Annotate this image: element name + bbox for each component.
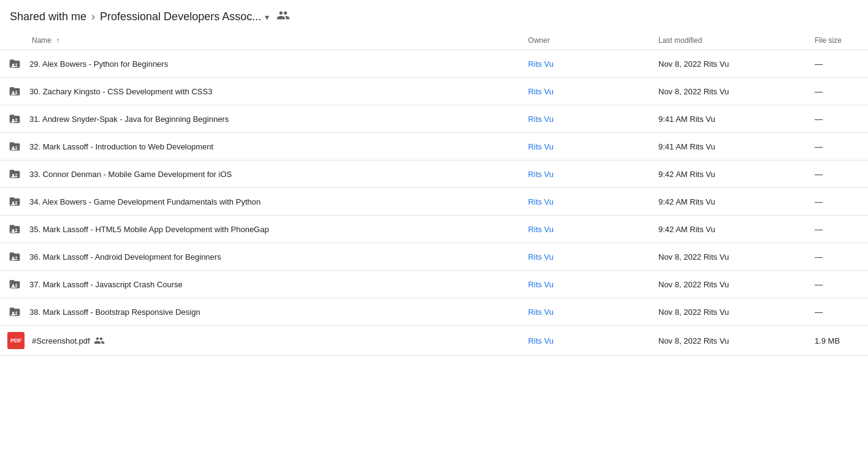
table-row[interactable]: 30. Zachary Kingsto - CSS Development wi…: [0, 78, 868, 105]
file-name-cell: 36. Mark Lassoff - Android Development f…: [0, 243, 521, 270]
size-cell: —: [807, 188, 868, 216]
modified-cell: Nov 8, 2022 Rits Vu: [651, 78, 807, 105]
owner-cell[interactable]: Rits Vu: [521, 105, 651, 133]
table-row[interactable]: 32. Mark Lassoff - Introduction to Web D…: [0, 133, 868, 160]
svg-point-9: [15, 174, 17, 176]
owner-name: Rits Vu: [528, 307, 554, 317]
table-row[interactable]: 33. Connor Denman - Mobile Game Developm…: [0, 160, 868, 188]
chevron-down-icon: ▾: [265, 12, 269, 22]
svg-point-6: [12, 146, 14, 148]
folder-icon: [7, 167, 22, 181]
svg-point-17: [15, 284, 17, 286]
modified-cell: 9:42 AM Rits Vu: [651, 160, 807, 188]
shared-icon: [94, 335, 105, 346]
folder-breadcrumb[interactable]: Professional Developers Assoc... ▾: [100, 10, 269, 23]
owner-cell[interactable]: Rits Vu: [521, 50, 651, 78]
owner-name: Rits Vu: [528, 170, 554, 179]
table-row[interactable]: 38. Mark Lassoff - Bootstrap Responsive …: [0, 298, 868, 326]
svg-point-3: [15, 91, 17, 93]
owner-name: Rits Vu: [528, 59, 554, 69]
svg-point-4: [12, 119, 14, 121]
size-cell: —: [807, 271, 868, 298]
breadcrumb-separator: ›: [91, 10, 95, 23]
breadcrumb: Shared with me › Professional Developers…: [0, 0, 868, 31]
svg-point-1: [15, 64, 17, 66]
owner-cell[interactable]: Rits Vu: [521, 160, 651, 188]
sort-ascending-icon: ↑: [56, 36, 59, 45]
modified-cell: 9:41 AM Rits Vu: [651, 105, 807, 133]
modified-cell: Nov 8, 2022 Rits Vu: [651, 50, 807, 78]
svg-point-14: [12, 257, 14, 258]
modified-cell: Nov 8, 2022 Rits Vu: [651, 243, 807, 271]
table-row[interactable]: 31. Andrew Snyder-Spak - Java for Beginn…: [0, 105, 868, 133]
owner-name: Rits Vu: [528, 87, 554, 96]
size-cell: —: [807, 216, 868, 243]
owner-cell[interactable]: Rits Vu: [521, 216, 651, 243]
svg-point-10: [12, 202, 14, 203]
folder-icon: [7, 84, 22, 99]
size-cell: —: [807, 105, 868, 133]
table-header-row: Name ↑ Owner Last modified File size: [0, 31, 868, 50]
modified-cell: Nov 8, 2022 Rits Vu: [651, 298, 807, 326]
svg-point-5: [15, 119, 17, 121]
file-name-label: 38. Mark Lassoff - Bootstrap Responsive …: [29, 307, 200, 317]
size-cell: —: [807, 78, 868, 105]
owner-name: Rits Vu: [528, 225, 554, 234]
table-row[interactable]: 37. Mark Lassoff - Javascript Crash Cour…: [0, 271, 868, 298]
folder-icon: [7, 249, 22, 264]
svg-point-13: [15, 229, 17, 231]
table-row[interactable]: PDF#Screenshot.pdfRits VuNov 8, 2022 Rit…: [0, 326, 868, 356]
file-name-label: 35. Mark Lassoff - HTML5 Mobile App Deve…: [29, 225, 269, 234]
owner-name: Rits Vu: [528, 280, 554, 289]
file-name-cell: 37. Mark Lassoff - Javascript Crash Cour…: [0, 271, 521, 298]
folder-icon: [7, 277, 22, 292]
file-name-label: #Screenshot.pdf: [32, 336, 90, 345]
svg-point-16: [12, 284, 14, 286]
size-cell: —: [807, 133, 868, 160]
file-name-label: 37. Mark Lassoff - Javascript Crash Cour…: [29, 280, 183, 289]
size-cell: —: [807, 50, 868, 78]
modified-cell: Nov 8, 2022 Rits Vu: [651, 271, 807, 298]
table-row[interactable]: 35. Mark Lassoff - HTML5 Mobile App Deve…: [0, 216, 868, 243]
svg-point-2: [12, 91, 14, 93]
folder-icon: [7, 222, 22, 236]
owner-cell[interactable]: Rits Vu: [521, 326, 651, 356]
table-row[interactable]: 29. Alex Bowers - Python for BeginnersRi…: [0, 50, 868, 78]
table-row[interactable]: 36. Mark Lassoff - Android Development f…: [0, 243, 868, 271]
size-cell: —: [807, 243, 868, 271]
file-name-label: 33. Connor Denman - Mobile Game Developm…: [29, 170, 232, 179]
file-name-cell: 38. Mark Lassoff - Bootstrap Responsive …: [0, 298, 521, 325]
file-name-label: 32. Mark Lassoff - Introduction to Web D…: [29, 142, 213, 151]
modified-cell: Nov 8, 2022 Rits Vu: [651, 326, 807, 356]
modified-cell: 9:42 AM Rits Vu: [651, 216, 807, 243]
column-header-modified[interactable]: Last modified: [651, 31, 807, 50]
owner-cell[interactable]: Rits Vu: [521, 188, 651, 216]
owner-cell[interactable]: Rits Vu: [521, 243, 651, 271]
column-header-name[interactable]: Name ↑: [0, 31, 521, 50]
shared-with-me-link[interactable]: Shared with me: [10, 10, 86, 23]
owner-name: Rits Vu: [528, 197, 554, 206]
owner-cell[interactable]: Rits Vu: [521, 298, 651, 326]
file-table: Name ↑ Owner Last modified File size 29.…: [0, 31, 868, 356]
owner-cell[interactable]: Rits Vu: [521, 271, 651, 298]
owner-name: Rits Vu: [528, 336, 554, 345]
file-name-cell: PDF#Screenshot.pdf: [0, 326, 521, 355]
file-name-cell: 31. Andrew Snyder-Spak - Java for Beginn…: [0, 105, 521, 132]
file-name-cell: 32. Mark Lassoff - Introduction to Web D…: [0, 133, 521, 160]
column-header-owner[interactable]: Owner: [521, 31, 651, 50]
owner-cell[interactable]: Rits Vu: [521, 133, 651, 160]
svg-point-18: [12, 312, 14, 314]
folder-breadcrumb-label: Professional Developers Assoc...: [100, 10, 261, 23]
modified-cell: 9:41 AM Rits Vu: [651, 133, 807, 160]
shared-folder-icon: [276, 9, 290, 25]
size-cell: 1.9 MB: [807, 326, 868, 356]
column-header-size[interactable]: File size: [807, 31, 868, 50]
file-name-label: 31. Andrew Snyder-Spak - Java for Beginn…: [29, 115, 229, 124]
table-row[interactable]: 34. Alex Bowers - Game Development Funda…: [0, 188, 868, 216]
svg-point-11: [15, 202, 17, 203]
file-name-label: 34. Alex Bowers - Game Development Funda…: [29, 197, 261, 206]
svg-point-8: [12, 174, 14, 176]
owner-cell[interactable]: Rits Vu: [521, 78, 651, 105]
file-name-label: 30. Zachary Kingsto - CSS Development wi…: [29, 87, 212, 96]
folder-icon: [7, 194, 22, 209]
